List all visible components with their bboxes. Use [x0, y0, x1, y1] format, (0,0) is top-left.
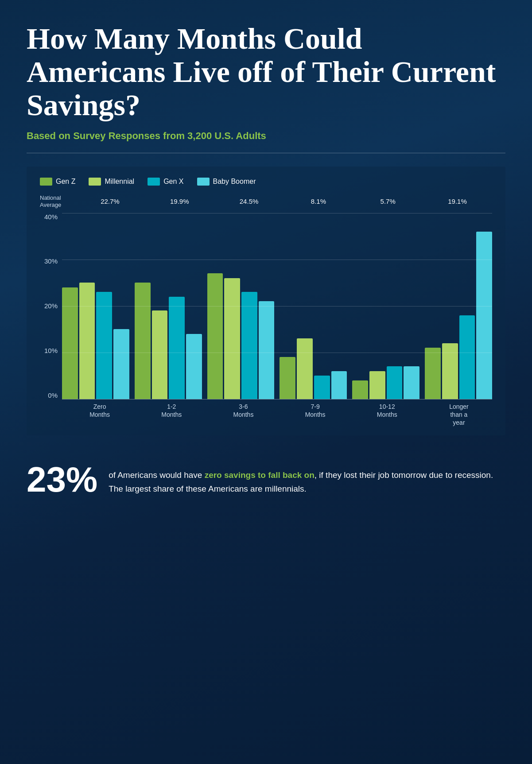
- legend-item-baby-boomer: Baby Boomer: [197, 178, 256, 186]
- legend-color: [148, 178, 160, 186]
- bar-0-3: [113, 329, 129, 399]
- bar-2-3: [259, 301, 275, 399]
- legend-label: Gen X: [163, 178, 183, 186]
- grid-line-0: [62, 399, 492, 399]
- bar-group-3: [280, 213, 347, 399]
- y-label-0: 0%: [40, 392, 58, 399]
- bar-group-1: [135, 213, 202, 399]
- y-label-30: 30%: [40, 257, 58, 265]
- legend: Gen Z Millennial Gen X Baby Boomer: [40, 178, 492, 186]
- bar-4-2: [387, 366, 403, 399]
- chart-container: Gen Z Millennial Gen X Baby Boomer Natio…: [27, 167, 505, 435]
- bar-group-2: [207, 213, 275, 399]
- bar-5-1: [442, 343, 458, 399]
- national-avg-label: National Average: [40, 194, 75, 208]
- bar-5-2: [459, 315, 475, 399]
- bar-3-2: [314, 376, 330, 399]
- main-container: How Many Months Could Americans Live off…: [0, 0, 532, 528]
- national-avg-row: National Average 22.7%19.9%24.5%8.1%5.7%…: [40, 194, 492, 208]
- nat-avg-val-4: 5.7%: [359, 198, 417, 205]
- x-label-2: 3-6 Months: [210, 403, 276, 427]
- bar-3-3: [331, 371, 347, 399]
- bottom-stat: 23% of Americans would have zero savings…: [27, 453, 505, 506]
- bar-1-3: [186, 334, 202, 399]
- national-avg-values: 22.7%19.9%24.5%8.1%5.7%19.1%: [75, 198, 492, 205]
- subtitle: Based on Survey Responses from 3,200 U.S…: [27, 130, 505, 142]
- bar-5-3: [476, 232, 492, 399]
- y-label-20: 20%: [40, 302, 58, 310]
- bar-0-0: [62, 287, 78, 399]
- x-label-3: 7-9 Months: [282, 403, 349, 427]
- divider: [27, 153, 505, 153]
- bar-5-0: [425, 348, 441, 399]
- x-label-0: Zero Months: [66, 403, 133, 427]
- legend-label: Gen Z: [56, 178, 75, 186]
- nat-avg-val-1: 19.9%: [151, 198, 208, 205]
- legend-label: Baby Boomer: [213, 178, 256, 186]
- bar-0-2: [96, 292, 112, 399]
- x-label-1: 1-2 Months: [138, 403, 205, 427]
- stat-description: of Americans would have zero savings to …: [109, 462, 505, 496]
- bar-4-0: [352, 380, 368, 399]
- bar-4-3: [404, 366, 419, 399]
- bars-area: [62, 213, 492, 399]
- bar-3-0: [280, 357, 295, 399]
- legend-item-gen-x: Gen X: [148, 178, 183, 186]
- bar-3-1: [297, 338, 313, 399]
- y-label-40: 40%: [40, 213, 58, 221]
- legend-item-millennial: Millennial: [89, 178, 134, 186]
- nat-avg-val-3: 8.1%: [290, 198, 347, 205]
- bar-1-2: [169, 297, 185, 399]
- main-title: How Many Months Could Americans Live off…: [27, 22, 505, 121]
- bar-2-2: [241, 292, 257, 399]
- bar-group-0: [62, 213, 129, 399]
- bar-1-0: [135, 283, 151, 399]
- bar-4-1: [369, 371, 385, 399]
- bar-group-4: [352, 213, 419, 399]
- bar-2-0: [207, 273, 223, 399]
- legend-color: [197, 178, 210, 186]
- bars-row: [62, 213, 492, 399]
- x-label-5: Longer than a year: [426, 403, 492, 427]
- legend-item-gen-z: Gen Z: [40, 178, 75, 186]
- stat-percent: 23%: [27, 462, 97, 497]
- nat-avg-val-5: 19.1%: [429, 198, 486, 205]
- x-axis: Zero Months1-2 Months3-6 Months7-9 Month…: [66, 403, 492, 427]
- bar-2-1: [224, 278, 240, 399]
- bar-group-5: [425, 213, 492, 399]
- bar-1-1: [152, 310, 168, 399]
- nat-avg-val-0: 22.7%: [81, 198, 139, 205]
- bar-0-1: [79, 283, 95, 399]
- x-label-4: 10-12 Months: [354, 403, 420, 427]
- nat-avg-val-2: 24.5%: [220, 198, 278, 205]
- legend-color: [40, 178, 52, 186]
- legend-label: Millennial: [105, 178, 134, 186]
- y-label-10: 10%: [40, 347, 58, 354]
- legend-color: [89, 178, 101, 186]
- stat-highlight: zero savings to fall back on: [205, 470, 315, 480]
